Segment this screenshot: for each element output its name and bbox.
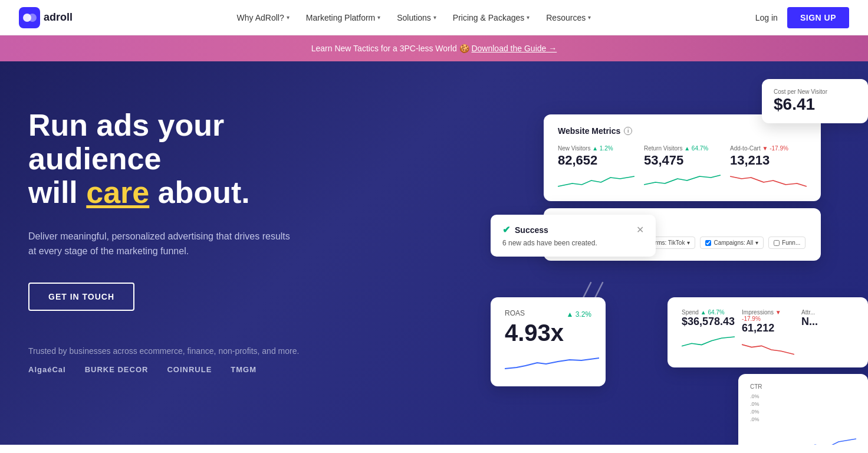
nav-pricing[interactable]: Pricing & Packages ▾: [453, 13, 530, 22]
logo-icon: [19, 7, 40, 28]
spend-metric-spend: Spend ▲ 64.7% $36,578.43: [682, 309, 735, 356]
roas-label: ROAS: [505, 309, 525, 317]
roas-value: 4.93x: [505, 320, 591, 346]
toast-title: ✔ Success: [502, 224, 548, 235]
dashboard-area: Cost per New Visitor $6.41 Website Metri…: [526, 79, 868, 261]
nav-resources[interactable]: Resources ▾: [546, 13, 591, 22]
cost-per-visitor-card: Cost per New Visitor $6.41: [762, 79, 868, 123]
trusted-label: Trusted by businesses across ecommerce, …: [28, 346, 314, 356]
ctr-label: CTR: [750, 383, 856, 390]
logo[interactable]: adroll: [19, 7, 73, 28]
add-to-cart-chart: [730, 172, 807, 189]
return-visitors-chart: [644, 172, 721, 189]
spend-chart: [682, 331, 735, 349]
navbar: adroll Why AdRoll? ▾ Marketing Platform …: [0, 0, 868, 35]
trusted-logos: AlgaéCal BURKE DECOR COINRULE TMGM: [28, 365, 314, 374]
close-icon[interactable]: ✕: [636, 224, 644, 235]
logo-coinrule: COINRULE: [167, 365, 212, 374]
ctr-chart: [750, 427, 856, 445]
metric-value-return-visitors: 53,475: [644, 153, 721, 168]
roas-header: ROAS ▲ 3.2%: [505, 309, 591, 320]
spend-value: $36,578.43: [682, 316, 735, 328]
trusted-section: Trusted by businesses across ecommerce, …: [28, 346, 314, 374]
nav-solutions[interactable]: Solutions ▾: [397, 13, 436, 22]
spend-grid: Spend ▲ 64.7% $36,578.43 Impressions ▼ -…: [682, 309, 854, 356]
chevron-down-icon: ▾: [287, 14, 290, 21]
login-button[interactable]: Log in: [755, 13, 778, 22]
headline-line2-suffix: about.: [158, 175, 250, 209]
new-visitors-chart: [558, 172, 634, 189]
impressions-value: 61,212: [742, 322, 794, 334]
ctr-percentages: .0% .0% .0% .0%: [750, 393, 856, 422]
metric-new-visitors: New Visitors ▲ 1.2% 82,652: [558, 145, 634, 189]
headline-line2-prefix: will: [28, 175, 78, 209]
metrics-title: Website Metrics i: [558, 126, 807, 136]
hero-content: Run ads your audience will care about. D…: [0, 61, 342, 421]
logo-text: adroll: [44, 11, 73, 24]
toast-body: 6 new ads have been created.: [502, 239, 644, 247]
impressions-chart: [742, 338, 794, 356]
metric-return-visitors: Return Visitors ▲ 64.7% 53,475: [644, 145, 721, 189]
chevron-down-icon: ▾: [687, 239, 690, 246]
signup-button[interactable]: SIGN UP: [787, 7, 849, 28]
hero-headline: Run ads your audience will care about.: [28, 109, 314, 210]
ctr-card: CTR .0% .0% .0% .0%: [738, 374, 868, 445]
chevron-down-icon: ▾: [755, 239, 758, 246]
headline-highlight: care: [86, 175, 149, 209]
check-icon: ✔: [502, 224, 510, 235]
banner-link[interactable]: Download the Guide →: [471, 44, 557, 53]
metric-add-to-cart: Add-to-Cart ▼ -17.9% 13,213: [730, 145, 807, 189]
cpv-label: Cost per New Visitor: [774, 88, 856, 95]
spend-metric-impressions: Impressions ▼ -17.9% 61,212: [742, 309, 794, 356]
hero-section: Run ads your audience will care about. D…: [0, 61, 868, 445]
logo-tmgm: TMGM: [231, 365, 257, 374]
logo-algaecal: AlgaéCal: [28, 365, 66, 374]
success-toast: ✔ Success ✕ 6 new ads have been created.: [491, 215, 656, 257]
chevron-down-icon: ▾: [527, 14, 530, 21]
cta-button[interactable]: GET IN TOUCH: [28, 283, 134, 311]
logo-burke-decor: BURKE DECOR: [85, 365, 149, 374]
chevron-down-icon: ▾: [588, 14, 591, 21]
spend-metric-attr: Attr... N...: [801, 309, 854, 356]
filter-campaigns-checkbox[interactable]: [705, 240, 711, 246]
hero-subtext: Deliver meaningful, personalized adverti…: [28, 229, 300, 259]
metrics-card: Website Metrics i New Visitors ▲ 1.2% 82…: [544, 114, 821, 201]
roas-change: ▲ 3.2%: [566, 310, 591, 319]
metric-value-add-to-cart: 13,213: [730, 153, 807, 168]
roas-card: ROAS ▲ 3.2% 4.93x: [491, 297, 606, 386]
metric-value-new-visitors: 82,652: [558, 153, 634, 168]
chevron-down-icon: ▾: [377, 14, 380, 21]
nav-actions: Log in SIGN UP: [755, 7, 849, 28]
filter-funnel[interactable]: Funn...: [768, 237, 805, 249]
svg-point-1: [28, 14, 37, 22]
spend-card: Spend ▲ 64.7% $36,578.43 Impressions ▼ -…: [668, 297, 868, 367]
chevron-down-icon: ▾: [433, 14, 436, 21]
headline-line1: Run ads your audience: [28, 108, 224, 176]
attr-value: N...: [801, 316, 854, 328]
nav-links: Why AdRoll? ▾ Marketing Platform ▾ Solut…: [237, 13, 591, 22]
filter-funnel-checkbox[interactable]: [774, 240, 780, 246]
roas-chart: [505, 351, 591, 375]
metrics-grid: New Visitors ▲ 1.2% 82,652 Return Visito…: [558, 145, 807, 189]
nav-marketing-platform[interactable]: Marketing Platform ▾: [306, 13, 380, 22]
nav-why-adroll[interactable]: Why AdRoll? ▾: [237, 13, 290, 22]
cpv-value: $6.41: [774, 95, 856, 114]
filter-campaigns[interactable]: Campaigns: All ▾: [700, 237, 764, 249]
info-icon[interactable]: i: [624, 127, 632, 135]
banner-text: Learn New Tactics for a 3PC-less World 🍪: [311, 44, 469, 53]
announcement-banner: Learn New Tactics for a 3PC-less World 🍪…: [0, 35, 868, 61]
toast-header: ✔ Success ✕: [502, 224, 644, 235]
